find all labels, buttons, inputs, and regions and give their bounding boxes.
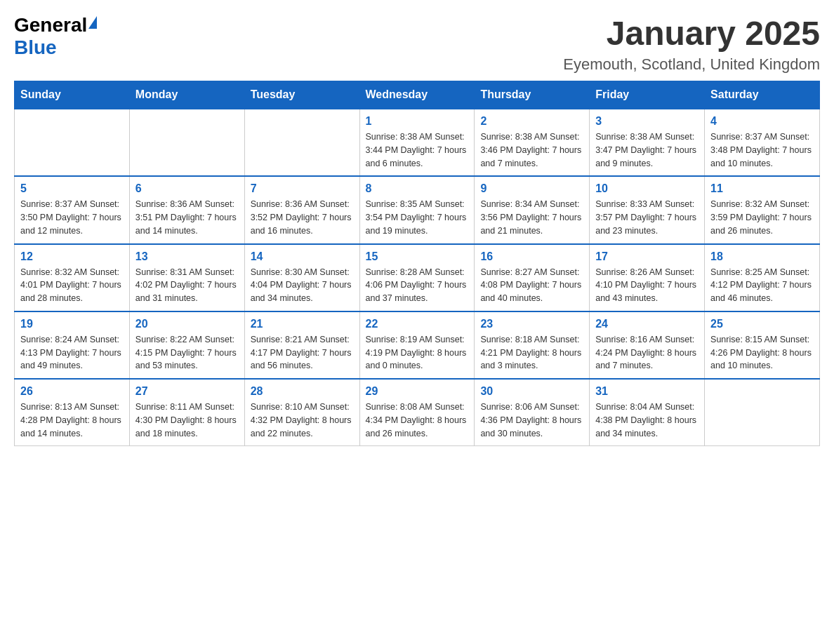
- day-info: Sunrise: 8:24 AM Sunset: 4:13 PM Dayligh…: [20, 333, 124, 373]
- day-info: Sunrise: 8:19 AM Sunset: 4:19 PM Dayligh…: [366, 333, 469, 373]
- calendar-cell: 19Sunrise: 8:24 AM Sunset: 4:13 PM Dayli…: [15, 311, 130, 379]
- logo-blue: Blue: [14, 36, 57, 58]
- header-saturday: Saturday: [705, 81, 820, 109]
- day-info: Sunrise: 8:38 AM Sunset: 3:44 PM Dayligh…: [366, 130, 469, 170]
- calendar-header-row: SundayMondayTuesdayWednesdayThursdayFrid…: [15, 81, 820, 109]
- day-number: 8: [366, 182, 469, 195]
- day-info: Sunrise: 8:34 AM Sunset: 3:56 PM Dayligh…: [480, 198, 583, 237]
- day-number: 20: [135, 318, 239, 330]
- day-info: Sunrise: 8:13 AM Sunset: 4:28 PM Dayligh…: [20, 401, 124, 440]
- calendar-cell: 10Sunrise: 8:33 AM Sunset: 3:57 PM Dayli…: [590, 176, 705, 243]
- day-number: 24: [595, 318, 699, 330]
- calendar-cell: 22Sunrise: 8:19 AM Sunset: 4:19 PM Dayli…: [359, 311, 475, 379]
- day-info: Sunrise: 8:38 AM Sunset: 3:46 PM Dayligh…: [480, 130, 583, 170]
- calendar-cell: 12Sunrise: 8:32 AM Sunset: 4:01 PM Dayli…: [15, 244, 130, 311]
- header-sunday: Sunday: [15, 81, 130, 109]
- day-number: 28: [251, 385, 354, 398]
- calendar-cell: 2Sunrise: 8:38 AM Sunset: 3:46 PM Daylig…: [475, 109, 590, 176]
- day-info: Sunrise: 8:21 AM Sunset: 4:17 PM Dayligh…: [251, 333, 354, 373]
- day-number: 17: [595, 250, 699, 263]
- day-info: Sunrise: 8:27 AM Sunset: 4:08 PM Dayligh…: [480, 266, 583, 305]
- day-info: Sunrise: 8:38 AM Sunset: 3:47 PM Dayligh…: [595, 130, 699, 170]
- calendar-cell: 31Sunrise: 8:04 AM Sunset: 4:38 PM Dayli…: [590, 379, 705, 446]
- calendar-cell: 3Sunrise: 8:38 AM Sunset: 3:47 PM Daylig…: [590, 109, 705, 176]
- calendar-week-row: 12Sunrise: 8:32 AM Sunset: 4:01 PM Dayli…: [15, 244, 820, 311]
- day-info: Sunrise: 8:06 AM Sunset: 4:36 PM Dayligh…: [480, 401, 583, 440]
- calendar-cell: 17Sunrise: 8:26 AM Sunset: 4:10 PM Dayli…: [590, 244, 705, 311]
- calendar-cell: 1Sunrise: 8:38 AM Sunset: 3:44 PM Daylig…: [359, 109, 475, 176]
- calendar-cell: [705, 379, 820, 446]
- day-number: 9: [480, 182, 583, 195]
- logo: General Blue: [14, 14, 97, 59]
- day-info: Sunrise: 8:04 AM Sunset: 4:38 PM Dayligh…: [595, 401, 699, 440]
- calendar-cell: 4Sunrise: 8:37 AM Sunset: 3:48 PM Daylig…: [705, 109, 820, 176]
- day-number: 12: [20, 250, 124, 263]
- day-number: 2: [480, 115, 583, 128]
- day-number: 11: [710, 182, 814, 195]
- calendar-cell: 7Sunrise: 8:36 AM Sunset: 3:52 PM Daylig…: [244, 176, 359, 243]
- day-number: 22: [366, 318, 469, 330]
- calendar-cell: 20Sunrise: 8:22 AM Sunset: 4:15 PM Dayli…: [129, 311, 244, 379]
- day-number: 27: [135, 385, 239, 398]
- day-info: Sunrise: 8:32 AM Sunset: 3:59 PM Dayligh…: [710, 198, 814, 237]
- calendar-table: SundayMondayTuesdayWednesdayThursdayFrid…: [14, 81, 820, 446]
- calendar-cell: 26Sunrise: 8:13 AM Sunset: 4:28 PM Dayli…: [15, 379, 130, 446]
- day-number: 1: [366, 115, 469, 128]
- day-number: 29: [366, 385, 469, 398]
- calendar-cell: [129, 109, 244, 176]
- day-info: Sunrise: 8:35 AM Sunset: 3:54 PM Dayligh…: [366, 198, 469, 237]
- day-info: Sunrise: 8:15 AM Sunset: 4:26 PM Dayligh…: [710, 333, 814, 373]
- day-number: 30: [480, 385, 583, 398]
- header-friday: Friday: [590, 81, 705, 109]
- day-info: Sunrise: 8:37 AM Sunset: 3:50 PM Dayligh…: [20, 198, 124, 237]
- calendar-cell: [244, 109, 359, 176]
- day-info: Sunrise: 8:30 AM Sunset: 4:04 PM Dayligh…: [251, 266, 354, 305]
- calendar-cell: 6Sunrise: 8:36 AM Sunset: 3:51 PM Daylig…: [129, 176, 244, 243]
- day-number: 5: [20, 182, 124, 195]
- calendar-cell: 8Sunrise: 8:35 AM Sunset: 3:54 PM Daylig…: [359, 176, 475, 243]
- day-number: 4: [710, 115, 814, 128]
- day-number: 31: [595, 385, 699, 398]
- calendar-cell: 16Sunrise: 8:27 AM Sunset: 4:08 PM Dayli…: [475, 244, 590, 311]
- day-info: Sunrise: 8:33 AM Sunset: 3:57 PM Dayligh…: [595, 198, 699, 237]
- day-number: 13: [135, 250, 239, 263]
- header-tuesday: Tuesday: [244, 81, 359, 109]
- calendar-cell: 9Sunrise: 8:34 AM Sunset: 3:56 PM Daylig…: [475, 176, 590, 243]
- calendar-cell: 14Sunrise: 8:30 AM Sunset: 4:04 PM Dayli…: [244, 244, 359, 311]
- day-number: 18: [710, 250, 814, 263]
- day-number: 15: [366, 250, 469, 263]
- day-info: Sunrise: 8:10 AM Sunset: 4:32 PM Dayligh…: [251, 401, 354, 440]
- day-info: Sunrise: 8:37 AM Sunset: 3:48 PM Dayligh…: [710, 130, 814, 170]
- calendar-cell: 27Sunrise: 8:11 AM Sunset: 4:30 PM Dayli…: [129, 379, 244, 446]
- calendar-cell: 25Sunrise: 8:15 AM Sunset: 4:26 PM Dayli…: [705, 311, 820, 379]
- calendar-cell: 18Sunrise: 8:25 AM Sunset: 4:12 PM Dayli…: [705, 244, 820, 311]
- calendar-cell: 5Sunrise: 8:37 AM Sunset: 3:50 PM Daylig…: [15, 176, 130, 243]
- day-info: Sunrise: 8:11 AM Sunset: 4:30 PM Dayligh…: [135, 401, 239, 440]
- calendar-week-row: 26Sunrise: 8:13 AM Sunset: 4:28 PM Dayli…: [15, 379, 820, 446]
- day-info: Sunrise: 8:36 AM Sunset: 3:52 PM Dayligh…: [251, 198, 354, 237]
- day-number: 16: [480, 250, 583, 263]
- calendar-cell: 15Sunrise: 8:28 AM Sunset: 4:06 PM Dayli…: [359, 244, 475, 311]
- day-info: Sunrise: 8:25 AM Sunset: 4:12 PM Dayligh…: [710, 266, 814, 305]
- calendar-cell: 21Sunrise: 8:21 AM Sunset: 4:17 PM Dayli…: [244, 311, 359, 379]
- day-info: Sunrise: 8:32 AM Sunset: 4:01 PM Dayligh…: [20, 266, 124, 305]
- day-number: 7: [251, 182, 354, 195]
- calendar-cell: 28Sunrise: 8:10 AM Sunset: 4:32 PM Dayli…: [244, 379, 359, 446]
- day-number: 19: [20, 318, 124, 330]
- calendar-cell: 23Sunrise: 8:18 AM Sunset: 4:21 PM Dayli…: [475, 311, 590, 379]
- day-number: 6: [135, 182, 239, 195]
- day-info: Sunrise: 8:22 AM Sunset: 4:15 PM Dayligh…: [135, 333, 239, 373]
- calendar-subtitle: Eyemouth, Scotland, United Kingdom: [563, 55, 820, 74]
- page-header: General Blue January 2025 Eyemouth, Scot…: [14, 14, 820, 74]
- calendar-week-row: 5Sunrise: 8:37 AM Sunset: 3:50 PM Daylig…: [15, 176, 820, 243]
- calendar-cell: [15, 109, 130, 176]
- day-info: Sunrise: 8:28 AM Sunset: 4:06 PM Dayligh…: [366, 266, 469, 305]
- calendar-cell: 13Sunrise: 8:31 AM Sunset: 4:02 PM Dayli…: [129, 244, 244, 311]
- header-monday: Monday: [129, 81, 244, 109]
- day-info: Sunrise: 8:31 AM Sunset: 4:02 PM Dayligh…: [135, 266, 239, 305]
- calendar-cell: 30Sunrise: 8:06 AM Sunset: 4:36 PM Dayli…: [475, 379, 590, 446]
- day-info: Sunrise: 8:18 AM Sunset: 4:21 PM Dayligh…: [480, 333, 583, 373]
- day-info: Sunrise: 8:08 AM Sunset: 4:34 PM Dayligh…: [366, 401, 469, 440]
- logo-triangle-icon: [88, 16, 97, 29]
- day-info: Sunrise: 8:16 AM Sunset: 4:24 PM Dayligh…: [595, 333, 699, 373]
